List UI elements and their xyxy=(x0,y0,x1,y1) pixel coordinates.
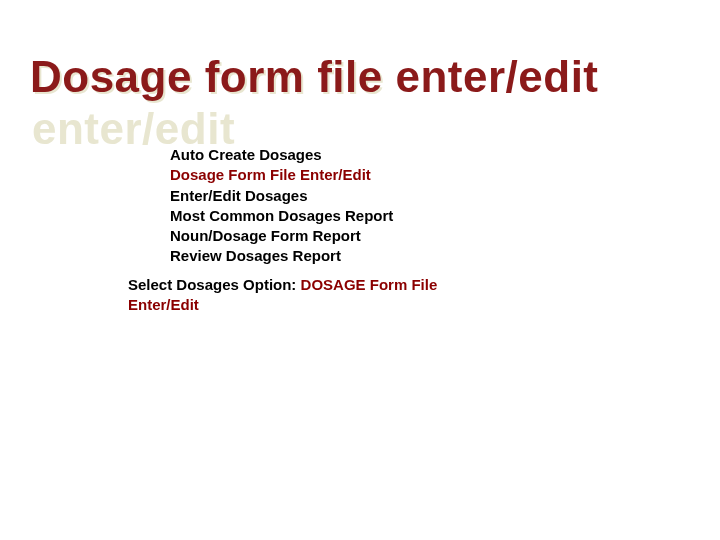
menu-item-enter-edit-dosages: Enter/Edit Dosages xyxy=(170,186,393,206)
page-title: Dosage form file enter/edit Dosage form … xyxy=(30,52,599,102)
prompt-label: Select Dosages Option: xyxy=(128,276,301,293)
menu-item-auto-create: Auto Create Dosages xyxy=(170,145,393,165)
menu-item-dosage-form-file: Dosage Form File Enter/Edit xyxy=(170,165,393,185)
menu-item-review-dosages: Review Dosages Report xyxy=(170,246,393,266)
menu-item-noun-dosage: Noun/Dosage Form Report xyxy=(170,226,393,246)
prompt-line: Select Dosages Option: DOSAGE Form File … xyxy=(128,275,468,316)
title-text: Dosage form file enter/edit xyxy=(30,52,599,101)
menu-item-most-common: Most Common Dosages Report xyxy=(170,206,393,226)
menu-list: Auto Create Dosages Dosage Form File Ent… xyxy=(170,145,393,267)
